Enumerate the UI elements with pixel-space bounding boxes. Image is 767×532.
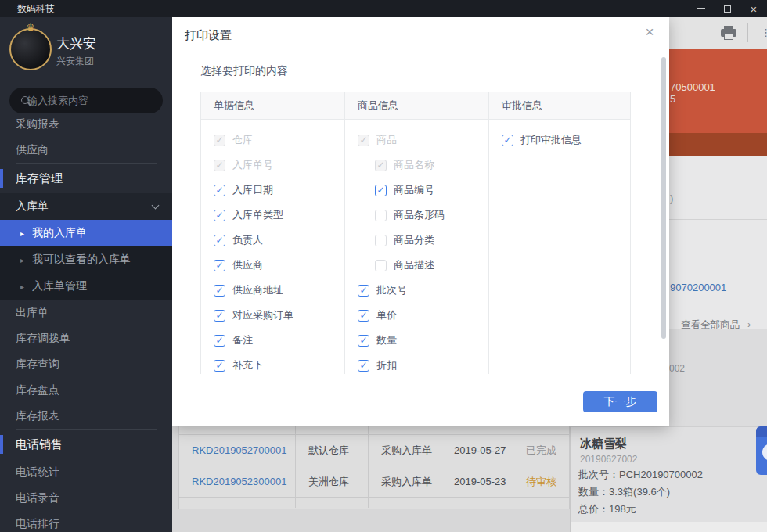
minimize-icon <box>697 8 705 9</box>
close-icon: × <box>751 3 758 15</box>
partial-batch-code: 002 <box>669 363 685 374</box>
floating-widget-button[interactable] <box>756 426 767 475</box>
warehouse-cell: 默认仓库 <box>296 435 369 466</box>
printer-icon[interactable] <box>720 24 737 41</box>
partial-text: ) <box>670 192 673 204</box>
checkbox-icon <box>358 310 369 322</box>
checkbox-supplier-address[interactable]: 供应商地址 <box>201 278 344 303</box>
checkbox-remark[interactable]: 备注 <box>201 328 344 353</box>
checkbox-icon <box>502 135 513 146</box>
checkbox-product-number[interactable]: 商品编号 <box>345 178 488 203</box>
sidebar-item-outbound[interactable]: 出库单 <box>0 300 172 325</box>
sidebar-item-my-inbound[interactable]: ▸ 我的入库单 <box>0 220 172 246</box>
sidebar-item-call-stats[interactable]: 电话统计 <box>0 459 172 485</box>
checkbox-icon <box>214 360 225 372</box>
date-cell: 2019-05-23 <box>441 466 513 497</box>
approval-info-column: 打印审批信息 <box>489 120 630 374</box>
checkbox-owner[interactable]: 负责人 <box>201 228 344 253</box>
checkbox-icon <box>358 285 369 297</box>
checkbox-supplier[interactable]: 供应商 <box>201 253 344 278</box>
titlebar: 数码科技 × <box>0 0 767 17</box>
table-row[interactable]: RKD2019052700001 默认仓库 采购入库单 2019-05-27 已… <box>179 435 569 466</box>
checkbox-icon <box>214 235 225 246</box>
checkbox-icon <box>214 185 225 196</box>
crown-icon: ♛ <box>26 22 35 34</box>
type-cell: 采购入库单 <box>369 466 441 497</box>
checkbox-product: 商品 <box>345 128 488 153</box>
checkbox-product-name: 商品名称 <box>345 153 488 178</box>
sidebar-item-viewable-inbound[interactable]: ▸ 我可以查看的入库单 <box>0 246 172 273</box>
sidebar-item-stock-report[interactable]: 库存报表 <box>0 403 172 429</box>
checkbox-product-description[interactable]: 商品描述 <box>345 253 488 278</box>
status-badge: 已完成 <box>513 435 569 466</box>
product-total: 总价：198元 <box>578 502 636 516</box>
minimize-button[interactable] <box>687 0 714 17</box>
checkbox-product-barcode[interactable]: 商品条形码 <box>345 203 488 228</box>
print-table-header: 单据信息 商品信息 审批信息 <box>201 92 630 120</box>
widget-circle-icon <box>762 444 767 461</box>
column-header-document: 单据信息 <box>201 92 345 119</box>
product-batch: 批次号：PCH20190700002 <box>578 468 703 482</box>
column-header-product: 商品信息 <box>345 92 489 119</box>
checkbox-print-approval[interactable]: 打印审批信息 <box>489 128 630 153</box>
user-name: 大兴安 <box>56 34 96 52</box>
modal-scrollbar-thumb[interactable] <box>661 57 666 339</box>
checkbox-icon <box>214 210 225 221</box>
checkbox-icon <box>375 160 387 171</box>
sidebar-menu: 采购报表 供应商 库存管理 入库单 ▸ 我的入库单 ▸ 我可以查看的入库单 ▸ … <box>0 111 172 532</box>
document-info-column: 仓库 入库单号 入库日期 入库单类型 负责人 供应商 供应商地址 对应采购订单 … <box>201 120 345 374</box>
product-quantity: 数量：3.3箱(39.6个) <box>578 485 670 499</box>
date-cell: 2019-05-27 <box>441 435 513 466</box>
modal-close-button[interactable]: × <box>641 23 658 41</box>
table-row-partial <box>179 498 569 508</box>
checkbox-purchase-order[interactable]: 对应采购订单 <box>201 303 344 328</box>
checkbox-icon <box>358 335 369 347</box>
print-table-body: 仓库 入库单号 入库日期 入库单类型 负责人 供应商 供应商地址 对应采购订单 … <box>201 120 630 374</box>
sidebar-item-stocktake[interactable]: 库存盘点 <box>0 377 172 403</box>
checkbox-discount[interactable]: 折扣 <box>345 353 488 374</box>
modal-title: 打印设置 <box>185 28 232 43</box>
search-input[interactable] <box>27 95 165 106</box>
sidebar-item-transfer[interactable]: 库存调拨单 <box>0 325 172 351</box>
sidebar-item-inbound-orders[interactable]: 入库单 <box>0 193 172 220</box>
maximize-button[interactable] <box>714 0 740 17</box>
close-window-button[interactable]: × <box>740 0 767 17</box>
arrow-right-icon: ▸ <box>20 256 24 264</box>
avatar-image <box>9 28 52 70</box>
sidebar-item-supplier[interactable]: 供应商 <box>0 137 172 163</box>
doc-number-link[interactable]: RKD2019052300001 <box>192 476 286 487</box>
checkbox-unit-price[interactable]: 单价 <box>345 303 488 328</box>
checkbox-icon <box>375 235 387 246</box>
checkbox-icon <box>375 260 387 271</box>
sidebar-section-telesales[interactable]: 电话销售 <box>0 430 172 459</box>
next-step-button[interactable]: 下一步 <box>583 391 657 412</box>
checkbox-product-category[interactable]: 商品分类 <box>345 228 488 253</box>
inbound-orders-table: RKD2019052700001 默认仓库 采购入库单 2019-05-27 已… <box>178 426 570 509</box>
checkbox-icon <box>214 160 225 171</box>
panel-footer <box>571 522 767 532</box>
checkbox-inbound-date[interactable]: 入库日期 <box>201 178 344 203</box>
avatar[interactable]: ♛ <box>9 28 52 70</box>
toolbar-separator <box>747 23 748 42</box>
sidebar-search[interactable] <box>9 88 163 113</box>
purchase-order-link[interactable]: 9070200001 <box>670 282 726 293</box>
checkbox-icon <box>214 135 225 146</box>
sidebar-item-call-recording[interactable]: 电话录音 <box>0 485 172 511</box>
sidebar-item-inbound-management[interactable]: ▸ 入库单管理 <box>0 273 172 300</box>
checkbox-icon <box>375 185 387 196</box>
sidebar-section-inventory[interactable]: 库存管理 <box>0 164 172 193</box>
sidebar-item-purchase-report[interactable]: 采购报表 <box>0 111 172 137</box>
checkbox-quantity[interactable]: 数量 <box>345 328 488 353</box>
toolbar-partial-icon[interactable]: ⋮⋮ <box>761 27 767 39</box>
checkbox-icon <box>214 335 225 347</box>
checkbox-supplement[interactable]: 补充下 <box>201 353 344 374</box>
sidebar-item-stock-query[interactable]: 库存查询 <box>0 351 172 377</box>
checkbox-batch-number[interactable]: 批次号 <box>345 278 488 303</box>
doc-number-link[interactable]: RKD2019052700001 <box>192 444 286 456</box>
checkbox-inbound-type[interactable]: 入库单类型 <box>201 203 344 228</box>
checkbox-icon <box>214 260 225 271</box>
checkbox-icon <box>358 360 369 372</box>
type-cell: 采购入库单 <box>369 435 441 466</box>
sidebar-item-call-ranking[interactable]: 电话排行 <box>0 511 172 532</box>
table-row[interactable]: RKD2019052300001 美洲仓库 采购入库单 2019-05-23 待… <box>179 466 569 498</box>
